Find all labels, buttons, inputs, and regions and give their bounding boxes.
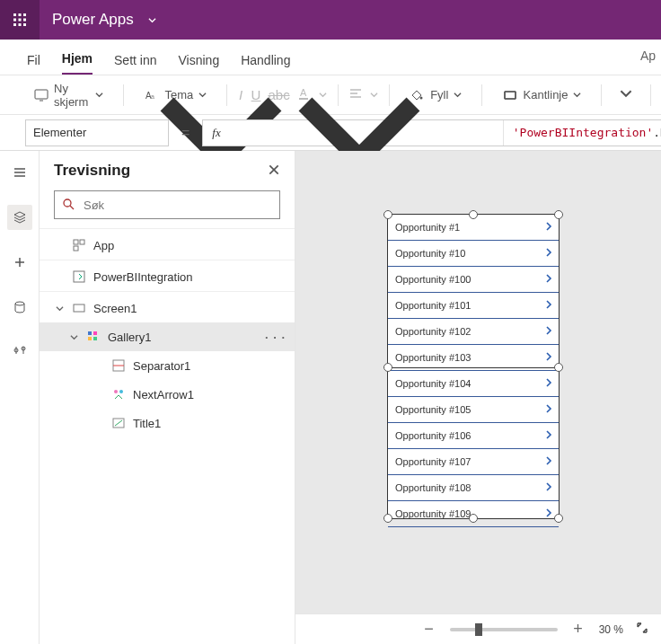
gallery-control[interactable]: Opportunity #1Opportunity #10Opportunity…	[387, 214, 560, 519]
tree-node-label: Title1	[133, 417, 286, 430]
gallery-item-title: Opportunity #102	[395, 326, 471, 337]
gallery-icon	[86, 330, 101, 344]
tree-node-label: Separator1	[133, 359, 286, 373]
chevron-right-icon[interactable]	[544, 404, 553, 415]
gallery-item[interactable]: Opportunity #101	[388, 293, 559, 319]
chevron-right-icon[interactable]	[544, 222, 553, 233]
formula-input[interactable]: 'PowerBIIntegration'.Data	[504, 126, 661, 139]
tab-view[interactable]: Visning	[179, 44, 220, 75]
tree-search-input[interactable]	[82, 198, 272, 213]
chevron-right-icon[interactable]	[544, 274, 553, 285]
app-switcher-caret[interactable]	[148, 13, 156, 27]
resize-handle[interactable]	[383, 363, 392, 372]
chevron-right-icon[interactable]	[544, 352, 553, 363]
gallery-item[interactable]: Opportunity #102	[388, 319, 559, 345]
rail-hamburger-button[interactable]	[7, 160, 32, 185]
zoom-slider[interactable]	[450, 628, 558, 631]
tree-node-nextarrow1[interactable]: NextArrow1	[40, 380, 295, 409]
gallery-item-title: Opportunity #108	[395, 482, 471, 493]
formula-input-wrap: fx 'PowerBIIntegration'.Data	[202, 119, 661, 146]
tree-node-screen1[interactable]: Screen1	[40, 294, 295, 322]
gallery-item[interactable]: Opportunity #100	[388, 267, 559, 293]
gallery-item-title: Opportunity #109	[395, 508, 471, 519]
gallery-item[interactable]: Opportunity #108	[388, 475, 559, 501]
tree-node-title1[interactable]: Title1	[40, 409, 295, 437]
gallery-item-title: Opportunity #107	[395, 456, 471, 467]
property-selector-label: Elementer	[33, 126, 86, 139]
border-button[interactable]: Kantlinje	[493, 82, 591, 109]
chevron-right-icon[interactable]	[544, 456, 553, 467]
tab-action[interactable]: Handling	[241, 44, 290, 75]
tree-node-app[interactable]: App	[40, 231, 295, 260]
chevron-right-icon[interactable]	[544, 248, 553, 259]
zoom-out-button[interactable]: −	[421, 620, 437, 639]
gallery-item-title: Opportunity #106	[395, 430, 471, 441]
gallery-item[interactable]: Opportunity #105	[388, 397, 559, 423]
rail-insert-button[interactable]	[7, 250, 32, 275]
tree-panel-title: Trevisning	[54, 162, 130, 180]
rail-tools-button[interactable]	[7, 340, 32, 365]
divider	[40, 228, 295, 229]
divider	[40, 291, 295, 292]
design-canvas[interactable]: Opportunity #1Opportunity #10Opportunity…	[295, 151, 661, 644]
gallery-item[interactable]: Opportunity #107	[388, 449, 559, 475]
tree-node-label: PowerBIIntegration	[93, 270, 286, 284]
fx-label: fx	[212, 126, 220, 140]
resize-handle[interactable]	[554, 210, 563, 219]
tree-node-gallery1[interactable]: Gallery1 · · ·	[40, 322, 295, 351]
ribbon-collapse-button[interactable]	[613, 87, 639, 103]
gallery-item[interactable]: Opportunity #106	[388, 423, 559, 449]
menu-bar: Fil Hjem Sett inn Visning Handling Ap	[0, 40, 661, 75]
resize-handle[interactable]	[469, 210, 478, 219]
tree-panel: Trevisning App PowerBIIntegration	[40, 151, 295, 644]
new-screen-label: Ny skjerm	[54, 82, 90, 109]
tree-panel-close-button[interactable]	[268, 163, 280, 179]
zoom-in-button[interactable]: +	[570, 620, 586, 639]
resize-handle[interactable]	[554, 514, 563, 523]
chevron-right-icon[interactable]	[544, 430, 553, 441]
chevron-right-icon[interactable]	[544, 326, 553, 337]
divider	[40, 260, 295, 260]
app-launcher-button[interactable]	[0, 0, 40, 40]
chevron-right-icon[interactable]	[544, 508, 553, 519]
search-icon	[62, 198, 75, 213]
chevron-right-icon[interactable]	[544, 378, 553, 389]
label-icon	[111, 416, 126, 430]
expand-toggle[interactable]	[54, 304, 65, 313]
selection-midline	[388, 367, 559, 368]
tree-node-more-button[interactable]: · · ·	[265, 331, 286, 344]
resize-handle[interactable]	[469, 514, 478, 523]
rail-data-button[interactable]	[7, 295, 32, 320]
gallery-item[interactable]: Opportunity #104	[388, 371, 559, 397]
fx-button[interactable]: fx	[203, 120, 503, 146]
gallery-item-title: Opportunity #100	[395, 274, 471, 285]
chevron-right-icon[interactable]	[544, 300, 553, 311]
gallery-item[interactable]: Opportunity #10	[388, 241, 559, 267]
resize-handle[interactable]	[383, 210, 392, 219]
screen-icon	[72, 301, 86, 315]
workspace: Trevisning App PowerBIIntegration	[0, 151, 661, 644]
gallery-item-title: Opportunity #1	[395, 222, 460, 233]
gallery-item-title: Opportunity #10	[395, 248, 465, 259]
resize-handle[interactable]	[383, 514, 392, 523]
formula-bar: Elementer = fx 'PowerBIIntegration'.Data	[0, 115, 661, 151]
tree: App PowerBIIntegration Screen1 Gallery1 …	[40, 231, 295, 644]
tree-node-separator1[interactable]: Separator1	[40, 351, 295, 380]
chevron-right-icon[interactable]	[544, 482, 553, 493]
tree-node-label: Gallery1	[108, 331, 258, 344]
powerbi-integration-icon	[72, 269, 86, 284]
rail-treeview-button[interactable]	[7, 205, 32, 230]
fit-to-window-button[interactable]	[636, 622, 648, 637]
tree-node-powerbiintegration[interactable]: PowerBIIntegration	[40, 262, 295, 291]
property-selector[interactable]: Elementer	[25, 119, 169, 146]
menu-overflow-stub: Ap	[640, 49, 656, 63]
tab-file[interactable]: Fil	[27, 44, 40, 75]
expand-toggle[interactable]	[68, 333, 79, 341]
tab-insert[interactable]: Sett inn	[114, 44, 156, 75]
formula-suffix: .Data	[653, 126, 661, 139]
zoom-slider-thumb[interactable]	[475, 623, 482, 636]
tree-search-box[interactable]	[54, 190, 280, 219]
zoom-value: 30 %	[599, 623, 623, 636]
resize-handle[interactable]	[554, 363, 563, 372]
tab-home[interactable]: Hjem	[62, 42, 93, 75]
